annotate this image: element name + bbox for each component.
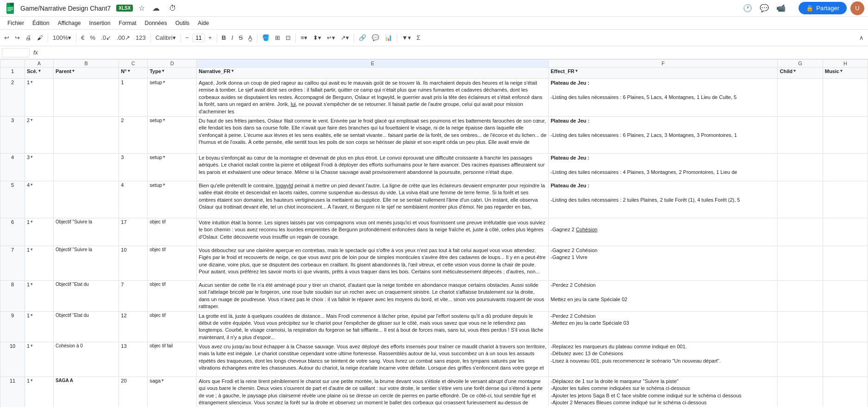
chart-button[interactable]: 📊 [382,33,394,42]
decimal-inc-button[interactable]: .00↗ [114,33,132,42]
menu-format[interactable]: Format [115,19,140,28]
row-6-b[interactable]: Objectif "Suivre la [53,218,119,246]
row-4-c[interactable]: 3 [119,153,148,181]
align-v-button[interactable]: ⬍▾ [311,33,324,42]
paint-format-button[interactable]: 🖌 [35,33,45,42]
row-6-a-dropdown[interactable]: ▾ [31,219,33,224]
row-5-d[interactable]: setup ▾ [148,181,197,218]
row-4-a-dropdown[interactable]: ▾ [31,155,33,159]
row-11-h[interactable] [823,377,868,407]
link-button[interactable]: 🔗 [356,33,368,42]
row-10-a[interactable]: 1 ▾ [25,342,54,377]
row-3-f[interactable]: Plateau de Jeu :-Listing des tuiles néce… [549,116,778,153]
row-11-a[interactable]: 1 ▾ [25,377,54,407]
row-3-e[interactable]: Du haut de ses frêles jambes, Oslauг fil… [197,116,549,153]
print-button[interactable]: 🖨 [23,33,34,42]
col-f-header[interactable]: F [549,60,778,68]
filter-button[interactable]: ▼▾ [400,33,413,42]
row-9-e[interactable]: La grotte est là, juste à quelques coudé… [197,311,549,342]
bold-button[interactable]: B [219,33,228,42]
row-10-f[interactable]: -Replacez les marqueurs du plateau comme… [549,342,778,377]
col-d-filter[interactable]: ▾ [162,68,164,73]
row-9-g[interactable] [778,311,823,342]
row-2-c[interactable]: 1 [119,79,148,117]
col-c-header[interactable]: C [119,60,148,68]
row-9-f[interactable]: -Perdez 2 Cohésion-Mettez en jeu la cart… [549,311,778,342]
fill-color-button[interactable]: 🪣 [260,33,272,42]
col-f-filter[interactable]: ▾ [575,68,578,73]
row-11-f[interactable]: -Déplacez de 1 sur la droite le marqueur… [549,377,778,407]
row-5-d-dropdown[interactable]: ▾ [163,182,165,187]
menu-aide[interactable]: Aide [194,19,212,28]
row-2-b[interactable] [53,79,119,117]
col-e-label[interactable]: Narrative_FR ▾ [197,68,549,79]
row-9-a[interactable]: 1 ▾ [25,311,54,342]
wrap-button[interactable]: ↵▾ [325,33,337,42]
row-8-b[interactable]: Objectif "Etat du [53,280,119,311]
row-7-g[interactable] [778,246,823,280]
row-5-e[interactable]: Bien qu'elle prétendît le contraire, Ing… [197,181,549,218]
col-b-header[interactable]: B [53,60,119,68]
row-11-a-dropdown[interactable]: ▾ [31,378,33,383]
row-2-d-dropdown[interactable]: ▾ [163,80,165,84]
menu-insertion[interactable]: Insertion [86,19,114,28]
row-9-c[interactable]: 12 [119,311,148,342]
row-8-c[interactable]: 7 [119,280,148,311]
font-increase-button[interactable]: + [206,33,214,42]
currency-button[interactable]: € [79,33,87,42]
row-11-g[interactable] [778,377,823,407]
row-9-d[interactable]: objec tif [148,311,197,342]
row-6-h[interactable] [823,218,868,246]
share-button[interactable]: 🔒 Partager [799,2,847,14]
col-b-label[interactable]: Parent ▾ [53,68,119,79]
row-10-c[interactable]: 13 [119,342,148,377]
row-5-h[interactable] [823,181,868,218]
row-6-e[interactable]: Votre intuition était la bonne. Les sign… [197,218,549,246]
row-3-d[interactable]: setup ▾ [148,116,197,153]
row-7-b[interactable]: Objectif "Suivre la [53,246,119,280]
row-4-a[interactable]: 3 ▾ [25,153,54,181]
row-3-h[interactable] [823,116,868,153]
comment-button[interactable]: 💬 [369,33,381,42]
menu-fichier[interactable]: Fichier [4,19,28,28]
row-5-f[interactable]: Plateau de Jeu :-Listing des tuiles néce… [549,181,778,218]
row-4-d[interactable]: setup ▾ [148,153,197,181]
row-10-e[interactable]: Vous avez cru jusqu'au bout échapper à l… [197,342,549,377]
col-e-header[interactable]: E [197,60,549,68]
row-7-h[interactable] [823,246,868,280]
decimal-dec-button[interactable]: .0↙ [99,33,113,42]
row-8-e[interactable]: Aucun sentier de cette île n'a été aména… [197,280,549,311]
row-9-a-dropdown[interactable]: ▾ [31,313,33,317]
row-7-f[interactable]: -Gagnez 2 Cohésion-Gagnez 1 Vivre [549,246,778,280]
row-9-b[interactable]: Objectif "Etat du [53,311,119,342]
row-4-h[interactable] [823,153,868,181]
col-d-label[interactable]: Type ▾ [148,68,197,79]
col-g-header[interactable]: G [778,60,823,68]
row-5-b[interactable] [53,181,119,218]
row-2-h[interactable] [823,79,868,117]
row-6-a[interactable]: 1 ▾ [25,218,54,246]
row-4-e[interactable]: Le boyau s'enfonçait au cœur de la monta… [197,153,549,181]
text-color-button[interactable]: A̲ [246,33,255,42]
col-b-filter[interactable]: ▾ [72,68,75,73]
font-button[interactable]: Calibri ▾ [153,33,178,42]
row-4-d-dropdown[interactable]: ▾ [163,155,165,159]
collapse-toolbar-button[interactable]: ∧ [857,33,866,42]
menu-outils[interactable]: Outils [172,19,194,28]
col-c-filter[interactable]: ▾ [128,68,130,73]
row-7-a[interactable]: 1 ▾ [25,246,54,280]
row-2-a[interactable]: 1 ▾ [25,79,54,117]
row-11-e[interactable]: Alors que Frodi et la reine tirent pénib… [197,377,549,407]
row-6-f[interactable]: -Gagnez 2 Cohésion [549,218,778,246]
row-3-d-dropdown[interactable]: ▾ [163,117,165,122]
menu-donnees[interactable]: Données [141,19,171,28]
row-8-a-dropdown[interactable]: ▾ [31,282,33,286]
row-5-a[interactable]: 4 ▾ [25,181,54,218]
borders-button[interactable]: ⊞ [273,33,282,42]
row-9-h[interactable] [823,311,868,342]
row-7-a-dropdown[interactable]: ▾ [31,247,33,252]
formula-button[interactable]: Σ [414,33,423,42]
undo-button[interactable]: ↩ [2,33,12,42]
col-h-header[interactable]: H [823,60,868,68]
row-5-g[interactable] [778,181,823,218]
